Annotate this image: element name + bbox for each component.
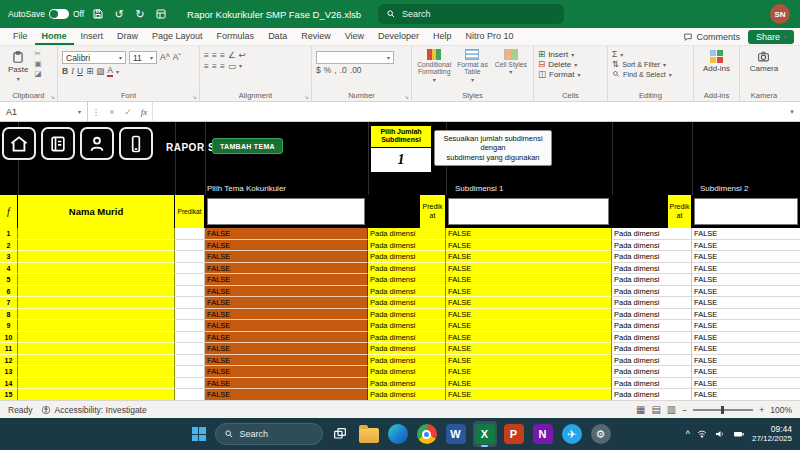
increase-decimal-icon[interactable]: .00 [350, 66, 362, 75]
nama-murid-cell[interactable] [18, 378, 175, 390]
subdim1-value-cell[interactable]: FALSE [446, 228, 612, 240]
tab-view[interactable]: View [338, 28, 371, 45]
tab-draw[interactable]: Draw [110, 28, 145, 45]
subdim2-value-cell[interactable]: FALSE [692, 378, 800, 390]
subdimensi1-dropdown-cell[interactable] [446, 195, 612, 228]
number-column-header[interactable]: f [0, 195, 18, 228]
subdim2-dimensi-cell[interactable]: Pada dimensi [612, 389, 692, 400]
insert-function-icon[interactable]: fx [136, 107, 152, 117]
subdim1-value-cell[interactable]: FALSE [446, 355, 612, 367]
nama-murid-cell[interactable] [18, 332, 175, 344]
subdim1-dimensi-cell[interactable]: Pada dimensi [368, 366, 446, 378]
tema-cell[interactable]: FALSE [205, 366, 368, 378]
tema-cell[interactable]: FALSE [205, 228, 368, 240]
paste-button[interactable]: Paste ▾ [4, 49, 32, 83]
addins-button[interactable]: Add-ins [699, 49, 734, 74]
grow-font-icon[interactable]: A^ [160, 53, 170, 62]
accounting-format-icon[interactable]: $ [316, 66, 321, 75]
predikat2-header[interactable]: Predikat [668, 195, 692, 228]
subdim1-value-cell[interactable]: FALSE [446, 263, 612, 275]
tema-cell[interactable]: FALSE [205, 343, 368, 355]
subdim1-dimensi-cell[interactable]: Pada dimensi [368, 297, 446, 309]
subdim2-value-cell[interactable]: FALSE [692, 366, 800, 378]
tema-cell[interactable]: FALSE [205, 389, 368, 400]
subdim2-value-cell[interactable]: FALSE [692, 309, 800, 321]
home-nav-button[interactable] [2, 127, 36, 160]
dialog-launcher-icon[interactable]: ↘ [50, 93, 55, 100]
insert-button[interactable]: ⊞ Insert▾ [538, 50, 603, 59]
nama-murid-cell[interactable] [18, 263, 175, 275]
taskbar-icon-edge[interactable] [386, 421, 410, 447]
tema-cell[interactable]: FALSE [205, 286, 368, 298]
subdim1-value-cell[interactable]: FALSE [446, 251, 612, 263]
tab-formulas[interactable]: Formulas [210, 28, 262, 45]
subdim1-dimensi-cell[interactable]: Pada dimensi [368, 240, 446, 252]
formula-input[interactable] [152, 102, 784, 121]
page-layout-view-icon[interactable]: ▤ [651, 405, 660, 415]
taskbar-icon-chrome[interactable] [415, 421, 439, 447]
task-view-button[interactable] [328, 421, 352, 447]
nama-murid-cell[interactable] [18, 366, 175, 378]
subdim1-value-cell[interactable]: FALSE [446, 366, 612, 378]
subdim1-dimensi-cell[interactable]: Pada dimensi [368, 286, 446, 298]
tema-cell[interactable]: FALSE [205, 274, 368, 286]
subdim2-dimensi-cell[interactable]: Pada dimensi [612, 228, 692, 240]
number-format-select[interactable]: ▾ [316, 51, 394, 64]
align-center-icon[interactable]: ≡ [212, 62, 217, 71]
nama-murid-header[interactable]: Nama Murid [18, 195, 175, 228]
nama-murid-cell[interactable] [18, 343, 175, 355]
zoom-in-button[interactable]: + [759, 405, 764, 415]
taskbar-icon-word[interactable]: W [444, 421, 468, 447]
nama-murid-cell[interactable] [18, 389, 175, 400]
quick-access-icon[interactable] [154, 7, 168, 21]
predikat-cell[interactable] [175, 263, 205, 275]
percent-icon[interactable]: % [324, 66, 332, 75]
subdim2-dimensi-cell[interactable]: Pada dimensi [612, 366, 692, 378]
subdim1-dimensi-cell[interactable]: Pada dimensi [368, 332, 446, 344]
taskbar-search[interactable]: Search [215, 423, 323, 445]
autosave-switch-icon[interactable] [49, 9, 69, 19]
autosave-toggle[interactable]: AutoSave Off [8, 9, 84, 19]
subdim2-value-cell[interactable]: FALSE [692, 274, 800, 286]
subdim2-dimensi-cell[interactable]: Pada dimensi [612, 274, 692, 286]
nama-murid-cell[interactable] [18, 355, 175, 367]
predikat-cell[interactable] [175, 378, 205, 390]
accessibility-status[interactable]: Accessibility: Investigate [41, 405, 147, 415]
row-number[interactable]: 5 [0, 274, 18, 286]
taskbar-icon-settings[interactable]: ⚙ [589, 421, 613, 447]
tema-cell[interactable]: FALSE [205, 309, 368, 321]
tema-cell[interactable]: FALSE [205, 320, 368, 332]
page-break-view-icon[interactable]: ▥ [667, 405, 676, 415]
predikat-cell[interactable] [175, 366, 205, 378]
subdim2-value-cell[interactable]: FALSE [692, 240, 800, 252]
subdim1-dimensi-cell[interactable]: Pada dimensi [368, 343, 446, 355]
nama-murid-cell[interactable] [18, 309, 175, 321]
format-button[interactable]: ◫ Format▾ [538, 70, 603, 79]
subdim2-value-cell[interactable]: FALSE [692, 263, 800, 275]
subdim2-value-cell[interactable]: FALSE [692, 320, 800, 332]
nama-murid-cell[interactable] [18, 251, 175, 263]
row-number[interactable]: 15 [0, 389, 18, 400]
taskbar-icon-telegram[interactable]: ✈ [560, 421, 584, 447]
start-button[interactable] [188, 423, 210, 445]
align-left-icon[interactable]: ≡ [204, 62, 209, 71]
predikat-cell[interactable] [175, 286, 205, 298]
fill-color-icon[interactable]: ▨ [96, 67, 104, 76]
cell-styles-button[interactable]: Cell Styles ▾ [493, 49, 529, 89]
subdim2-value-cell[interactable]: FALSE [692, 228, 800, 240]
camera-button[interactable]: Camera [746, 49, 782, 74]
taskbar-icon-powerpoint[interactable]: P [502, 421, 526, 447]
row-number[interactable]: 14 [0, 378, 18, 390]
subdim2-value-cell[interactable]: FALSE [692, 389, 800, 400]
tema-cell[interactable]: FALSE [205, 355, 368, 367]
tema-dropdown-box[interactable] [207, 198, 365, 225]
orientation-icon[interactable]: ∠ [228, 51, 236, 60]
subdim1-dimensi-cell[interactable]: Pada dimensi [368, 320, 446, 332]
subdim2-dimensi-cell[interactable]: Pada dimensi [612, 251, 692, 263]
cancel-icon[interactable]: × [104, 107, 120, 117]
clock[interactable]: 09:44 27/12/2025 [752, 425, 792, 444]
tab-insert[interactable]: Insert [74, 28, 111, 45]
merge-center-icon[interactable]: ▭ [228, 62, 236, 71]
subdim1-dimensi-cell[interactable]: Pada dimensi [368, 228, 446, 240]
save-icon[interactable] [91, 7, 105, 21]
